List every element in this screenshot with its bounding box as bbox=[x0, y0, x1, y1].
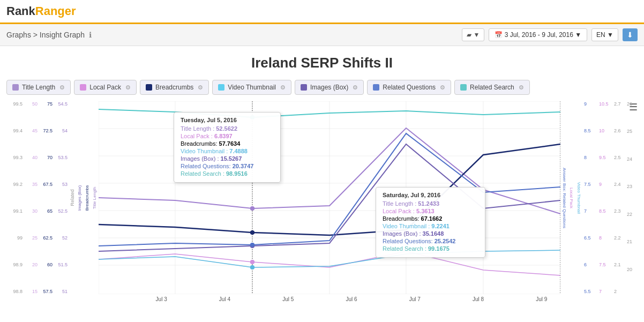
legend-dot-images-box bbox=[301, 84, 307, 91]
tooltip1-row-related-search: Related Search : 98.9516 bbox=[181, 170, 274, 177]
x-label-jul8: Jul 8 bbox=[446, 296, 510, 302]
legend-tab-title-length[interactable]: Title Length⚙ bbox=[6, 80, 71, 95]
video-thumbnail-axis-label: Video Thumbnail bbox=[577, 182, 582, 214]
legend-dot-title-length bbox=[12, 84, 19, 91]
date-range-button[interactable]: 📅 3 Jul, 2016 - 9 Jul, 2016 ▼ bbox=[489, 28, 587, 41]
gear-icon-images-box[interactable]: ⚙ bbox=[353, 84, 358, 91]
legend-dot-local-pack bbox=[80, 84, 86, 91]
calendar-icon: 📅 bbox=[495, 31, 504, 39]
legend-label-related-questions: Related Questions bbox=[383, 84, 436, 91]
download-button[interactable]: ⬇ bbox=[623, 28, 638, 41]
tooltip2-row-video-thumbnail: Video Thumbnail : 9.2241 bbox=[383, 223, 478, 229]
images-box-axis-label: Images (Box) bbox=[78, 185, 83, 211]
tooltip1-row-local-pack: Local Pack : 6.8397 bbox=[181, 133, 274, 139]
svg-point-18 bbox=[250, 230, 254, 235]
tooltip1-row-video-thumbnail: Video Thumbnail : 7.4888 bbox=[181, 148, 274, 154]
x-label-jul6: Jul 6 bbox=[320, 296, 383, 302]
tooltip1-row-title-length: Title Length : 52.5622 bbox=[181, 125, 274, 132]
chevron-down-icon3: ▼ bbox=[607, 31, 613, 39]
gear-icon-breadcrumbs[interactable]: ⚙ bbox=[198, 84, 203, 91]
tooltip2-row-related-search: Related Search : 99.1675 bbox=[383, 245, 478, 252]
logo: RankRanger bbox=[6, 4, 76, 18]
legend-dot-video-thumbnail bbox=[218, 84, 224, 91]
tooltip1-date: Tuesday, Jul 5, 2016 bbox=[181, 117, 274, 123]
x-label-jul9: Jul 9 bbox=[510, 296, 573, 302]
legend-label-related-search: Related Search bbox=[470, 84, 514, 91]
language-button[interactable]: EN ▼ bbox=[591, 28, 618, 41]
legend-label-title-length: Title Length bbox=[22, 84, 55, 91]
x-axis: Jul 3 Jul 4 Jul 5 Jul 6 Jul 7 Jul 8 Jul … bbox=[6, 296, 638, 302]
legend-dot-related-search bbox=[460, 84, 467, 91]
tooltip1-row-breadcrumbs: Breadcrumbs: 57.7634 bbox=[181, 140, 274, 147]
gear-icon-related-questions[interactable]: ⚙ bbox=[440, 84, 445, 91]
legend-label-video-thumbnail: Video Thumbnail bbox=[228, 84, 276, 91]
download-icon: ⬇ bbox=[627, 31, 633, 39]
tooltip2-date: Saturday, Jul 9, 2016 bbox=[383, 192, 478, 198]
x-label-jul5: Jul 5 bbox=[257, 296, 320, 302]
legend-tab-video-thumbnail[interactable]: Video Thumbnail⚙ bbox=[212, 80, 291, 95]
tooltip2-row-local-pack: Local Pack : 5.3613 bbox=[383, 208, 478, 214]
svg-point-16 bbox=[250, 206, 254, 211]
header: RankRanger bbox=[0, 0, 644, 24]
tooltip2-row-title-length: Title Length : 51.2433 bbox=[383, 200, 478, 207]
legend-label-images-box: Images (Box) bbox=[310, 84, 348, 91]
legend-label-breadcrumbs: Breadcrumbs bbox=[155, 84, 193, 91]
local-pack-right-axis-label: Local Pack bbox=[570, 187, 574, 208]
legend-dot-breadcrumbs bbox=[146, 84, 152, 91]
tooltip2-row-images-box: Images (Box) : 35.1648 bbox=[383, 230, 478, 237]
logo-rank: Rank bbox=[6, 4, 35, 18]
legend-tab-related-questions[interactable]: Related Questions⚙ bbox=[367, 80, 451, 95]
svg-point-17 bbox=[250, 260, 254, 264]
svg-point-19 bbox=[250, 265, 254, 269]
answer-box-axis-label: Answer Box: Related Questions bbox=[562, 168, 567, 228]
tooltip-jul5: Tuesday, Jul 5, 2016 Title Length : 52.5… bbox=[174, 112, 281, 183]
legend-tab-local-pack[interactable]: Local Pack⚙ bbox=[74, 80, 137, 95]
tooltip1-row-images-box: Images (Box) : 15.5267 bbox=[181, 155, 274, 162]
gear-icon-title-length[interactable]: ⚙ bbox=[59, 84, 65, 91]
svg-point-21 bbox=[250, 243, 254, 247]
chevron-down-icon2: ▼ bbox=[575, 31, 581, 39]
gear-icon-local-pack[interactable]: ⚙ bbox=[125, 84, 131, 91]
legend-label-local-pack: Local Pack bbox=[89, 84, 121, 91]
gear-icon-video-thumbnail[interactable]: ⚙ bbox=[280, 84, 286, 91]
breadcrumb-text: Graphs > Insight Graph bbox=[6, 31, 85, 39]
x-label-jul3: Jul 3 bbox=[130, 296, 193, 302]
legend-dot-related-questions bbox=[373, 84, 379, 91]
breadcrumbs-axis-label: Breadcrumbs bbox=[85, 185, 90, 211]
graph-icon: ▰ bbox=[467, 31, 471, 39]
info-icon[interactable]: ℹ bbox=[89, 31, 92, 39]
breadcrumb: Graphs > Insight Graph ℹ bbox=[6, 31, 92, 39]
subheader-controls: ▰ ▼ 📅 3 Jul, 2016 - 9 Jul, 2016 ▼ EN ▼ ⬇ bbox=[462, 28, 638, 41]
legend-tab-images-box[interactable]: Images (Box)⚙ bbox=[295, 80, 364, 95]
x-label-jul7: Jul 7 bbox=[383, 296, 446, 302]
language-label: EN bbox=[596, 31, 605, 39]
title-length-axis-label: Title Length bbox=[93, 186, 98, 209]
related-axis-label: Related bbox=[70, 189, 75, 206]
tooltip1-row-related-questions: Related Questions: 20.3747 bbox=[181, 163, 274, 169]
subheader: Graphs > Insight Graph ℹ ▰ ▼ 📅 3 Jul, 20… bbox=[0, 24, 644, 46]
legend-tabs: Title Length⚙Local Pack⚙Breadcrumbs⚙Vide… bbox=[0, 76, 644, 99]
x-label-jul4: Jul 4 bbox=[193, 296, 256, 302]
date-range-label: 3 Jul, 2016 - 9 Jul, 2016 bbox=[505, 31, 573, 39]
chevron-down-icon: ▼ bbox=[474, 31, 480, 39]
gear-icon-related-search[interactable]: ⚙ bbox=[519, 84, 524, 91]
logo-ranger: Ranger bbox=[35, 4, 76, 18]
legend-tab-breadcrumbs[interactable]: Breadcrumbs⚙ bbox=[140, 80, 209, 95]
tooltip2-row-related-questions: Related Questions: 25.2542 bbox=[383, 238, 478, 244]
tooltip2-row-breadcrumbs: Breadcrumbs: 67.1662 bbox=[383, 215, 478, 222]
graph-type-button[interactable]: ▰ ▼ bbox=[462, 28, 485, 41]
page-title: Ireland SERP Shifts II bbox=[0, 46, 644, 76]
legend-tab-related-search[interactable]: Related Search⚙ bbox=[454, 80, 530, 95]
tooltip-jul9: Saturday, Jul 9, 2016 Title Length : 51.… bbox=[376, 187, 485, 258]
